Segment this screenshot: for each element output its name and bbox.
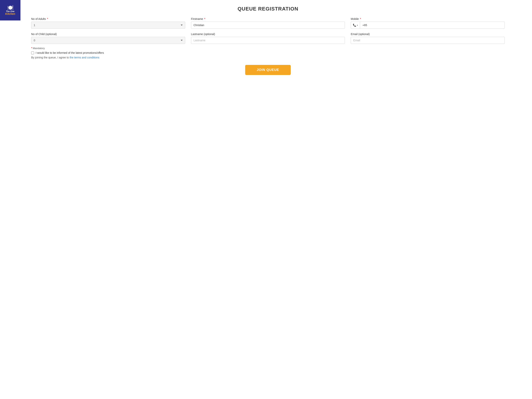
lastname-group: Lastname (optional) <box>191 32 345 44</box>
firstname-group: Firstname * <box>191 17 345 29</box>
phone-flag-button[interactable]: 📞 ▾ <box>351 22 360 29</box>
promotions-checkbox[interactable] <box>31 51 34 54</box>
main-content: QUEUE REGISTRATION No of Adults * 1 2 3 … <box>0 0 532 83</box>
adults-select[interactable]: 1 2 3 4 5 <box>31 22 185 29</box>
child-label: No of Child (optional) <box>31 32 185 36</box>
form-grid: No of Adults * 1 2 3 4 5 Firstname * <box>31 17 505 44</box>
adults-required-star: * <box>46 17 48 20</box>
mandatory-icon: * <box>31 46 32 50</box>
email-group: Email (optional) <box>351 32 505 44</box>
terms-row: By joining the queue, I agree to the ter… <box>31 56 505 59</box>
mobile-input-wrapper: 📞 ▾ <box>351 22 505 29</box>
phone-caret-icon: ▾ <box>357 24 358 26</box>
mandatory-text: Mandatory <box>33 47 44 50</box>
logo-text-kitchen: Kitchen <box>5 13 15 15</box>
adults-group: No of Adults * 1 2 3 4 5 <box>31 17 185 29</box>
chef-icon: 🍽️ <box>7 5 13 10</box>
firstname-input[interactable] <box>191 22 345 29</box>
mobile-group: Mobile * 📞 ▾ <box>351 17 505 29</box>
terms-prefix-text: By joining the queue, I agree to <box>31 56 70 59</box>
email-label: Email (optional) <box>351 32 505 36</box>
lastname-label: Lastname (optional) <box>191 32 345 36</box>
mobile-required-star: * <box>359 17 361 20</box>
firstname-required-star: * <box>203 17 205 20</box>
mobile-label: Mobile * <box>351 17 505 20</box>
phone-icon: 📞 <box>353 24 356 27</box>
logo-block: 🍽️ The One Kitchen <box>0 0 20 20</box>
email-input[interactable] <box>351 37 505 44</box>
firstname-label: Firstname * <box>191 17 345 20</box>
page-title: QUEUE REGISTRATION <box>31 6 505 12</box>
child-select[interactable]: 0 1 2 3 <box>31 37 185 44</box>
lastname-input[interactable] <box>191 37 345 44</box>
adults-label: No of Adults * <box>31 17 185 20</box>
mandatory-note: * Mandatory <box>31 46 505 50</box>
join-queue-button[interactable]: JOIN QUEUE <box>245 65 291 75</box>
mobile-number-input[interactable] <box>360 22 505 29</box>
form-extras: * Mandatory I would like to be informed … <box>31 46 505 59</box>
join-queue-section: JOIN QUEUE <box>31 65 505 75</box>
promotions-row: I would like to be informed of the lates… <box>31 51 505 54</box>
promotions-label: I would like to be informed of the lates… <box>36 51 104 54</box>
page-wrapper: 🍽️ The One Kitchen QUEUE REGISTRATION No… <box>0 0 532 399</box>
child-group: No of Child (optional) 0 1 2 3 <box>31 32 185 44</box>
terms-link[interactable]: the terms and conditions <box>70 56 100 59</box>
